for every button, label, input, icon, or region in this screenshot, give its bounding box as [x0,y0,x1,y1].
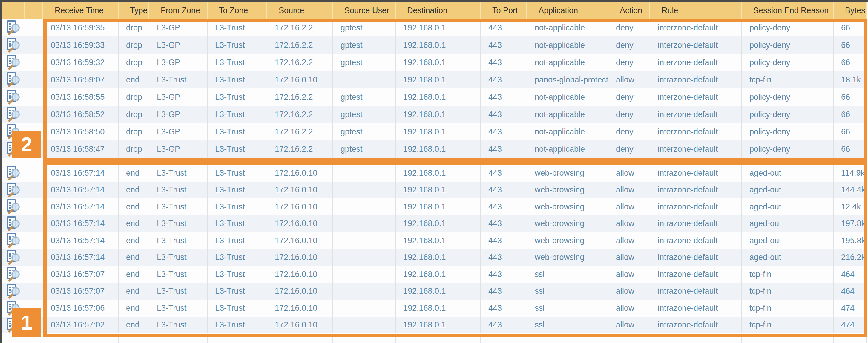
cell-to-port[interactable]: 443 [481,19,527,36]
cell-destination[interactable]: 192.168.0.1 [396,198,481,215]
cell-destination[interactable]: 192.168.0.1 [396,182,481,199]
cell-source[interactable]: 172.16.0.10 [267,300,333,317]
cell-rule[interactable]: intrazone-default [650,165,742,182]
cell-session-end-reason[interactable]: tcp-fin [742,266,834,283]
column-header-application[interactable]: Application [527,2,609,19]
cell-to-zone[interactable]: L3-Trust [208,317,267,334]
cell-to-port[interactable]: 443 [481,232,527,249]
cell-session-end-reason[interactable]: tcp-fin [742,317,834,334]
cell-destination[interactable]: 192.168.0.1 [396,141,481,158]
cell-to-zone[interactable]: L3-Trust [208,71,267,88]
cell-to-port[interactable]: 443 [481,123,527,141]
cell-session-end-reason[interactable]: policy-deny [742,123,834,141]
cell-from-zone[interactable]: L3-GP [149,106,208,123]
cell-receive-time[interactable]: 03/13 16:58:50 [43,123,119,141]
cell-application[interactable]: not-applicable [527,36,609,54]
column-header-rule[interactable]: Rule [650,2,742,19]
log-detail-magnifier-icon[interactable] [7,124,20,139]
cell-from-zone[interactable]: L3-Trust [149,249,208,266]
cell-bytes[interactable]: 474 [834,300,867,317]
cell-source[interactable]: 172.16.2.2 [267,106,333,123]
cell-action[interactable]: deny [609,19,650,36]
cell-source[interactable]: 172.16.0.10 [267,215,333,232]
cell-session-end-reason[interactable]: aged-out [742,232,834,249]
log-detail-magnifier-icon[interactable] [7,20,20,36]
cell-to-port[interactable]: 443 [481,71,527,88]
cell-to-port[interactable]: 443 [481,317,527,334]
cell-to-zone[interactable]: L3-Trust [208,232,267,249]
cell-source[interactable]: 172.16.2.2 [267,141,333,158]
column-header-from-zone[interactable]: From Zone [149,2,208,19]
cell-application[interactable]: web-browsing [527,182,609,199]
cell-session-end-reason[interactable]: aged-out [742,165,834,182]
log-detail-magnifier-icon[interactable] [7,72,20,88]
cell-type[interactable]: end [119,249,149,266]
cell-from-zone[interactable]: L3-Trust [149,232,208,249]
cell-destination[interactable]: 192.168.0.1 [396,215,481,232]
cell-source-user[interactable]: gptest [333,88,396,106]
cell-receive-time[interactable]: 03/13 16:57:14 [43,215,119,232]
cell-action[interactable]: deny [609,141,650,158]
cell-source[interactable]: 172.16.0.10 [267,317,333,334]
cell-application[interactable]: not-applicable [527,19,609,36]
cell-rule[interactable]: interzone-default [650,54,742,71]
cell-destination[interactable]: 192.168.0.1 [396,165,481,182]
cell-rule[interactable]: interzone-default [650,141,742,158]
cell-action[interactable]: allow [609,283,650,300]
log-detail-magnifier-icon[interactable] [7,37,20,53]
cell-application[interactable]: not-applicable [527,141,609,158]
cell-rule[interactable]: intrazone-default [650,266,742,283]
cell-source[interactable]: 172.16.0.10 [267,165,333,182]
cell-to-zone[interactable]: L3-Trust [208,123,267,141]
cell-source-user[interactable]: gptest [333,123,396,141]
cell-source[interactable]: 172.16.2.2 [267,36,333,54]
cell-application[interactable]: panos-global-protect [527,71,609,88]
cell-rule[interactable]: interzone-default [650,19,742,36]
cell-source[interactable]: 172.16.0.10 [267,266,333,283]
cell-to-zone[interactable]: L3-Trust [208,215,267,232]
cell-from-zone[interactable]: L3-Trust [149,215,208,232]
cell-to-zone[interactable]: L3-Trust [208,141,267,158]
cell-action[interactable]: allow [609,165,650,182]
cell-application[interactable]: web-browsing [527,198,609,215]
cell-action[interactable]: deny [609,106,650,123]
cell-from-zone[interactable]: L3-Trust [149,198,208,215]
cell-type[interactable]: end [119,71,149,88]
cell-receive-time[interactable]: 03/13 16:57:14 [43,182,119,199]
cell-type[interactable]: drop [119,36,149,54]
cell-application[interactable]: ssl [527,300,609,317]
cell-source-user[interactable]: gptest [333,141,396,158]
cell-action[interactable]: deny [609,36,650,54]
cell-receive-time[interactable]: 03/13 16:58:47 [43,141,119,158]
cell-from-zone[interactable]: L3-GP [149,36,208,54]
cell-rule[interactable]: interzone-default [650,106,742,123]
cell-destination[interactable]: 192.168.0.1 [396,249,481,266]
cell-rule[interactable]: interzone-default [650,88,742,106]
column-header-receive-time[interactable]: Receive Time [43,2,119,19]
cell-receive-time[interactable]: 03/13 16:57:14 [43,165,119,182]
cell-to-port[interactable]: 443 [481,198,527,215]
cell-source[interactable]: 172.16.2.2 [267,54,333,71]
cell-application[interactable]: ssl [527,283,609,300]
cell-action[interactable]: allow [609,182,650,199]
cell-type[interactable]: end [119,283,149,300]
cell-source[interactable]: 172.16.0.10 [267,198,333,215]
log-detail-magnifier-icon[interactable] [7,55,20,70]
cell-destination[interactable]: 192.168.0.1 [396,123,481,141]
cell-destination[interactable]: 192.168.0.1 [396,71,481,88]
cell-action[interactable]: allow [609,266,650,283]
cell-bytes[interactable]: 66 [834,123,867,141]
cell-receive-time[interactable]: 03/13 16:57:06 [43,300,119,317]
column-header-session-end-reason[interactable]: Session End Reason [742,2,834,19]
cell-receive-time[interactable]: 03/13 16:59:32 [43,54,119,71]
log-detail-magnifier-icon[interactable] [7,165,20,181]
cell-bytes[interactable]: 197.8k [834,215,867,232]
log-detail-magnifier-icon[interactable] [7,182,20,198]
cell-from-zone[interactable]: L3-GP [149,88,208,106]
cell-session-end-reason[interactable]: tcp-fin [742,71,834,88]
log-detail-magnifier-icon[interactable] [7,199,20,215]
cell-from-zone[interactable]: L3-GP [149,19,208,36]
cell-to-zone[interactable]: L3-Trust [208,182,267,199]
cell-to-port[interactable]: 443 [481,215,527,232]
cell-receive-time[interactable]: 03/13 16:58:52 [43,106,119,123]
